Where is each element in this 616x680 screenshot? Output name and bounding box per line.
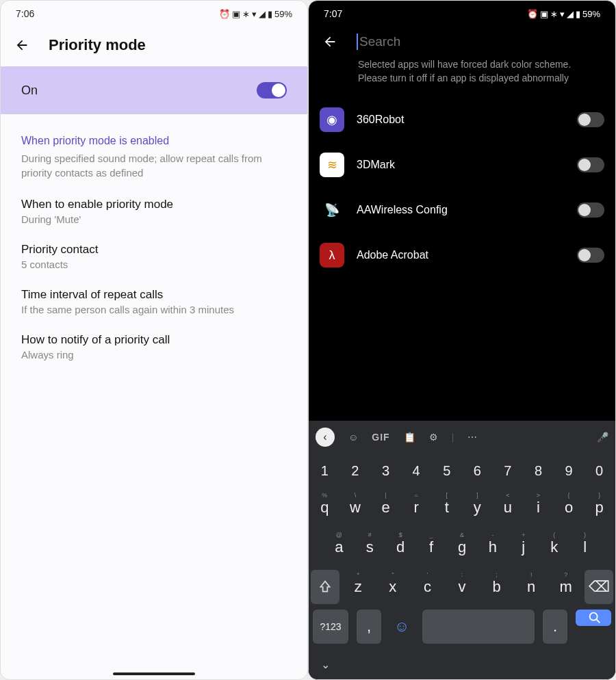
- space-key[interactable]: [422, 610, 535, 644]
- search-key[interactable]: [576, 610, 611, 626]
- settings-item-title: How to notify of a priority call: [21, 333, 287, 347]
- app-toggle[interactable]: [577, 248, 604, 263]
- key-.[interactable]: .: [543, 610, 567, 644]
- key-l[interactable]: )l: [571, 530, 599, 564]
- sticker-icon[interactable]: ☺: [348, 432, 358, 443]
- gear-icon[interactable]: ⚙: [429, 432, 438, 443]
- key-7[interactable]: 7: [494, 456, 522, 485]
- key-0[interactable]: 0: [585, 456, 613, 485]
- app-icon: ◉: [320, 107, 344, 132]
- status-bar: 7:07 ⏰ ▣ ∗ ▾ ◢ ▮ 59%: [309, 1, 615, 21]
- status-right: ⏰ ▣ ∗ ▾ ◢ ▮ 59%: [527, 9, 600, 19]
- clipboard-icon[interactable]: 📋: [404, 432, 415, 443]
- key-j[interactable]: +j: [509, 530, 537, 564]
- app-toggle[interactable]: [577, 112, 604, 127]
- key-m[interactable]: ?m: [550, 570, 582, 604]
- emoji-icon: ☺: [394, 618, 409, 636]
- key-s[interactable]: #s: [356, 530, 384, 564]
- master-toggle-label: On: [21, 83, 38, 98]
- nav-pill[interactable]: [113, 672, 195, 675]
- key-w[interactable]: \w: [342, 491, 370, 525]
- key-2[interactable]: 2: [342, 456, 370, 485]
- key-x[interactable]: "x: [377, 570, 409, 604]
- key-9[interactable]: 9: [555, 456, 583, 485]
- key-r[interactable]: =r: [402, 491, 431, 525]
- key-3[interactable]: 3: [372, 456, 400, 485]
- back-button[interactable]: [322, 34, 337, 49]
- wifi-icon: ▾: [252, 9, 257, 19]
- header: Priority mode: [1, 21, 307, 66]
- key-o[interactable]: {o: [555, 491, 583, 525]
- app-name: 3DMark: [357, 159, 565, 171]
- app-list: ◉360Robot≋3DMark📡AAWireless ConfigλAdobe…: [309, 97, 615, 278]
- settings-item-title: Time interval of repeat calls: [21, 288, 287, 302]
- key-t[interactable]: [t: [433, 491, 461, 525]
- arrow-left-icon: [322, 34, 337, 49]
- keyboard-toolbar: ‹ ☺ GIF 📋 ⚙ | ⋯ 🎤: [309, 421, 615, 454]
- dark-mode-apps-screen: 7:07 ⏰ ▣ ∗ ▾ ◢ ▮ 59% Selected apps will …: [308, 0, 616, 680]
- app-name: 360Robot: [357, 114, 565, 126]
- shift-key[interactable]: [311, 570, 339, 604]
- key-y[interactable]: ]y: [463, 491, 491, 525]
- key-d[interactable]: $d: [387, 530, 415, 564]
- section-header: When priority mode is enabled: [21, 135, 287, 147]
- backspace-key[interactable]: ⌫: [585, 570, 613, 604]
- page-title: Priority mode: [49, 36, 146, 54]
- key-h[interactable]: -h: [478, 530, 506, 564]
- key-4[interactable]: 4: [402, 456, 431, 485]
- collapse-keyboard-icon[interactable]: ⌄: [321, 658, 330, 671]
- kb-collapse-left-icon[interactable]: ‹: [316, 428, 335, 447]
- status-right: ⏰ ▣ ∗ ▾ ◢ ▮ 59%: [219, 9, 292, 19]
- key-b[interactable]: ;b: [480, 570, 513, 604]
- settings-item-title: When to enable priority mode: [21, 198, 287, 211]
- bluetooth-icon: ∗: [242, 9, 250, 19]
- settings-item[interactable]: When to enable priority modeDuring 'Mute…: [21, 198, 287, 225]
- key-g[interactable]: &g: [448, 530, 476, 564]
- header: [309, 21, 615, 55]
- signal-icon: ◢: [567, 9, 574, 19]
- more-icon[interactable]: ⋯: [467, 432, 477, 443]
- svg-line-1: [597, 620, 600, 623]
- key-q[interactable]: %q: [311, 491, 339, 525]
- section-description: During specified sound mode; allow repea…: [21, 151, 287, 180]
- app-toggle[interactable]: [577, 157, 604, 172]
- key-u[interactable]: <u: [494, 491, 522, 525]
- master-toggle-switch[interactable]: [257, 82, 287, 99]
- wifi-icon: ▾: [560, 9, 565, 19]
- status-time: 7:07: [324, 8, 342, 19]
- search-input[interactable]: [357, 34, 522, 50]
- mic-icon[interactable]: 🎤: [597, 432, 608, 443]
- app-toggle[interactable]: [577, 202, 604, 218]
- key-c[interactable]: 'c: [411, 570, 444, 604]
- settings-item-subtitle: If the same person calls again within 3 …: [21, 304, 287, 315]
- arrow-left-icon: [14, 38, 29, 53]
- app-icon: ≋: [320, 153, 344, 177]
- key-a[interactable]: @a: [325, 530, 353, 564]
- key-i[interactable]: >i: [524, 491, 552, 525]
- key-8[interactable]: 8: [524, 456, 552, 485]
- key-z[interactable]: *z: [342, 570, 374, 604]
- settings-item[interactable]: How to notify of a priority callAlways r…: [21, 333, 287, 361]
- key-f[interactable]: _f: [418, 530, 446, 564]
- key-e[interactable]: |e: [372, 491, 400, 525]
- status-time: 7:06: [16, 8, 34, 19]
- settings-item[interactable]: Time interval of repeat callsIf the same…: [21, 288, 287, 315]
- key-k[interactable]: (k: [540, 530, 568, 564]
- key-n[interactable]: !n: [515, 570, 548, 604]
- key-p[interactable]: }p: [585, 491, 613, 525]
- key-6[interactable]: 6: [463, 456, 491, 485]
- app-row: λAdobe Acrobat: [320, 233, 604, 278]
- app-name: AAWireless Config: [357, 204, 565, 216]
- master-toggle-row[interactable]: On: [1, 66, 307, 114]
- svg-point-0: [590, 613, 598, 620]
- key-5[interactable]: 5: [433, 456, 461, 485]
- settings-item[interactable]: Priority contact5 contacts: [21, 243, 287, 270]
- battery-percent: 59%: [582, 9, 600, 19]
- key-1[interactable]: 1: [311, 456, 339, 485]
- key-v[interactable]: :v: [446, 570, 478, 604]
- key-?123[interactable]: ?123: [313, 610, 348, 644]
- gif-button[interactable]: GIF: [372, 432, 389, 443]
- key-,[interactable]: ,: [357, 610, 381, 644]
- back-button[interactable]: [14, 38, 29, 53]
- emoji-key[interactable]: ☺: [389, 610, 414, 644]
